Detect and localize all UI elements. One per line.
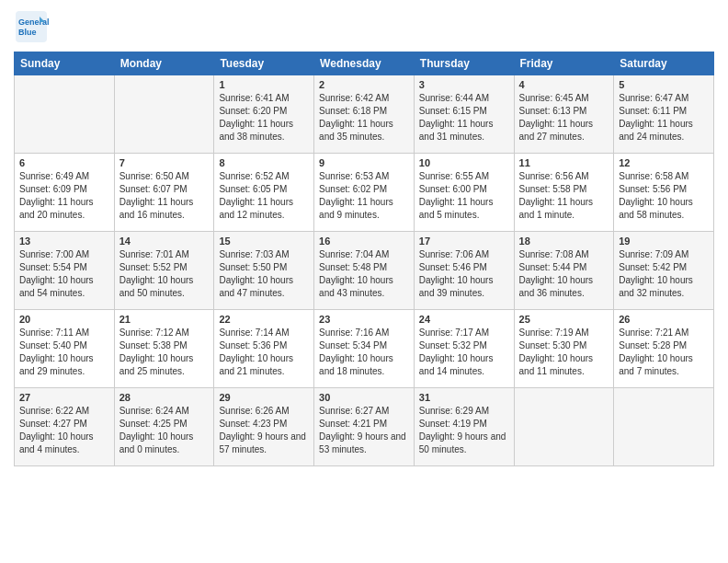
day-info: Sunrise: 7:14 AM Sunset: 5:36 PM Dayligh… [219,327,309,378]
day-info: Sunrise: 7:19 AM Sunset: 5:30 PM Dayligh… [519,327,609,378]
day-number: 18 [519,236,609,247]
week-row-3: 13Sunrise: 7:00 AM Sunset: 5:54 PM Dayli… [15,232,714,310]
day-info: Sunrise: 6:27 AM Sunset: 4:21 PM Dayligh… [319,405,409,456]
day-number: 14 [119,236,210,247]
day-cell: 22Sunrise: 7:14 AM Sunset: 5:36 PM Dayli… [214,310,314,388]
day-info: Sunrise: 7:17 AM Sunset: 5:32 PM Dayligh… [419,327,509,378]
day-info: Sunrise: 7:01 AM Sunset: 5:52 PM Dayligh… [119,248,210,300]
day-info: Sunrise: 6:29 AM Sunset: 4:19 PM Dayligh… [419,405,509,456]
day-info: Sunrise: 7:06 AM Sunset: 5:46 PM Dayligh… [419,248,509,300]
day-info: Sunrise: 6:53 AM Sunset: 6:02 PM Dayligh… [319,170,409,222]
day-info: Sunrise: 6:52 AM Sunset: 6:05 PM Dayligh… [219,170,309,222]
day-number: 12 [619,157,709,168]
day-info: Sunrise: 6:47 AM Sunset: 6:11 PM Dayligh… [619,92,709,144]
day-number: 11 [519,157,609,168]
day-cell: 14Sunrise: 7:01 AM Sunset: 5:52 PM Dayli… [114,232,214,310]
day-cell: 23Sunrise: 7:16 AM Sunset: 5:34 PM Dayli… [314,310,415,388]
day-number: 19 [619,236,709,247]
day-number: 2 [319,79,409,90]
day-cell: 19Sunrise: 7:09 AM Sunset: 5:42 PM Dayli… [614,232,714,310]
calendar-table: SundayMondayTuesdayWednesdayThursdayFrid… [14,52,714,466]
day-info: Sunrise: 7:03 AM Sunset: 5:50 PM Dayligh… [219,248,309,300]
svg-rect-0 [16,11,47,42]
day-number: 24 [419,314,509,325]
day-cell: 12Sunrise: 6:58 AM Sunset: 5:56 PM Dayli… [614,154,714,232]
day-cell: 4Sunrise: 6:45 AM Sunset: 6:13 PM Daylig… [514,75,614,154]
week-row-5: 27Sunrise: 6:22 AM Sunset: 4:27 PM Dayli… [15,388,714,466]
day-number: 22 [219,314,309,325]
day-number: 28 [119,392,210,403]
day-number: 27 [19,392,109,403]
day-cell [15,75,115,154]
column-header-thursday: Thursday [414,52,514,75]
day-info: Sunrise: 6:55 AM Sunset: 6:00 PM Dayligh… [419,170,509,222]
day-info: Sunrise: 6:24 AM Sunset: 4:25 PM Dayligh… [119,405,210,456]
day-info: Sunrise: 7:08 AM Sunset: 5:44 PM Dayligh… [519,248,609,300]
day-cell: 18Sunrise: 7:08 AM Sunset: 5:44 PM Dayli… [514,232,614,310]
day-info: Sunrise: 6:22 AM Sunset: 4:27 PM Dayligh… [19,405,109,456]
column-header-tuesday: Tuesday [214,52,314,75]
day-info: Sunrise: 6:26 AM Sunset: 4:23 PM Dayligh… [219,405,309,456]
day-cell: 28Sunrise: 6:24 AM Sunset: 4:25 PM Dayli… [114,388,214,466]
day-info: Sunrise: 6:49 AM Sunset: 6:09 PM Dayligh… [19,170,109,222]
day-info: Sunrise: 6:44 AM Sunset: 6:15 PM Dayligh… [419,92,509,144]
day-cell [114,75,214,154]
day-number: 6 [19,157,109,168]
day-cell: 11Sunrise: 6:56 AM Sunset: 5:58 PM Dayli… [514,154,614,232]
day-number: 23 [319,314,409,325]
day-cell: 20Sunrise: 7:11 AM Sunset: 5:40 PM Dayli… [15,310,115,388]
day-info: Sunrise: 7:09 AM Sunset: 5:42 PM Dayligh… [619,248,709,300]
day-cell: 1Sunrise: 6:41 AM Sunset: 6:20 PM Daylig… [214,75,314,154]
page-header: General Blue [14,9,714,44]
day-cell: 13Sunrise: 7:00 AM Sunset: 5:54 PM Dayli… [15,232,115,310]
day-cell: 24Sunrise: 7:17 AM Sunset: 5:32 PM Dayli… [414,310,514,388]
day-info: Sunrise: 6:56 AM Sunset: 5:58 PM Dayligh… [519,170,609,222]
day-number: 30 [319,392,409,403]
day-info: Sunrise: 6:58 AM Sunset: 5:56 PM Dayligh… [619,170,709,222]
day-cell [514,388,614,466]
day-number: 4 [519,79,609,90]
day-cell: 7Sunrise: 6:50 AM Sunset: 6:07 PM Daylig… [114,154,214,232]
day-number: 15 [219,236,309,247]
day-cell: 5Sunrise: 6:47 AM Sunset: 6:11 PM Daylig… [614,75,714,154]
day-cell: 10Sunrise: 6:55 AM Sunset: 6:00 PM Dayli… [414,154,514,232]
day-number: 5 [619,79,709,90]
day-number: 25 [519,314,609,325]
day-cell: 9Sunrise: 6:53 AM Sunset: 6:02 PM Daylig… [314,154,415,232]
day-info: Sunrise: 7:12 AM Sunset: 5:38 PM Dayligh… [119,327,210,378]
header-row: SundayMondayTuesdayWednesdayThursdayFrid… [15,52,714,75]
day-cell: 2Sunrise: 6:42 AM Sunset: 6:18 PM Daylig… [314,75,415,154]
day-number: 8 [219,157,309,168]
day-cell: 31Sunrise: 6:29 AM Sunset: 4:19 PM Dayli… [414,388,514,466]
day-number: 31 [419,392,509,403]
week-row-2: 6Sunrise: 6:49 AM Sunset: 6:09 PM Daylig… [15,154,714,232]
day-cell: 29Sunrise: 6:26 AM Sunset: 4:23 PM Dayli… [214,388,314,466]
column-header-friday: Friday [514,52,614,75]
day-info: Sunrise: 7:04 AM Sunset: 5:48 PM Dayligh… [319,248,409,300]
day-info: Sunrise: 7:11 AM Sunset: 5:40 PM Dayligh… [19,327,109,378]
day-cell: 15Sunrise: 7:03 AM Sunset: 5:50 PM Dayli… [214,232,314,310]
column-header-sunday: Sunday [15,52,115,75]
logo-icon: General Blue [14,9,49,44]
day-info: Sunrise: 6:41 AM Sunset: 6:20 PM Dayligh… [219,92,309,144]
week-row-1: 1Sunrise: 6:41 AM Sunset: 6:20 PM Daylig… [15,75,714,154]
day-number: 10 [419,157,509,168]
day-number: 9 [319,157,409,168]
day-cell: 21Sunrise: 7:12 AM Sunset: 5:38 PM Dayli… [114,310,214,388]
day-cell: 25Sunrise: 7:19 AM Sunset: 5:30 PM Dayli… [514,310,614,388]
day-cell: 8Sunrise: 6:52 AM Sunset: 6:05 PM Daylig… [214,154,314,232]
day-info: Sunrise: 6:50 AM Sunset: 6:07 PM Dayligh… [119,170,210,222]
day-info: Sunrise: 6:42 AM Sunset: 6:18 PM Dayligh… [319,92,409,144]
day-info: Sunrise: 6:45 AM Sunset: 6:13 PM Dayligh… [519,92,609,144]
day-cell: 17Sunrise: 7:06 AM Sunset: 5:46 PM Dayli… [414,232,514,310]
column-header-wednesday: Wednesday [314,52,415,75]
day-number: 29 [219,392,309,403]
day-cell: 27Sunrise: 6:22 AM Sunset: 4:27 PM Dayli… [15,388,115,466]
column-header-saturday: Saturday [614,52,714,75]
day-number: 3 [419,79,509,90]
day-number: 13 [19,236,109,247]
day-cell: 6Sunrise: 6:49 AM Sunset: 6:09 PM Daylig… [15,154,115,232]
day-cell: 3Sunrise: 6:44 AM Sunset: 6:15 PM Daylig… [414,75,514,154]
logo: General Blue [14,9,49,44]
day-info: Sunrise: 7:00 AM Sunset: 5:54 PM Dayligh… [19,248,109,300]
